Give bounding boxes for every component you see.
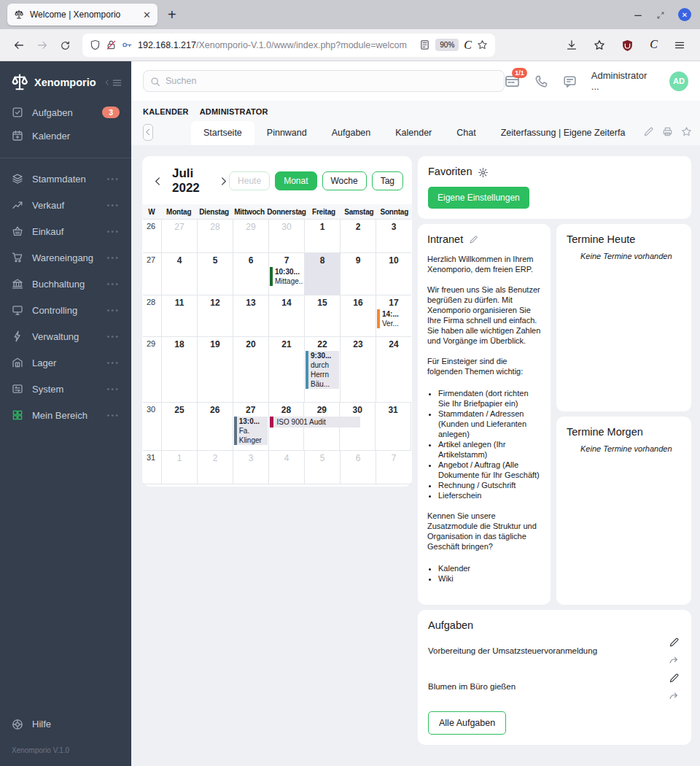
task-edit-pencil-icon[interactable] <box>669 637 680 648</box>
more-dots-icon[interactable]: ••• <box>106 358 120 367</box>
day-cell-7[interactable]: 710:30...Mittage... <box>269 253 305 295</box>
day-cell-15[interactable]: 15 <box>305 295 341 336</box>
tracking-shield-icon[interactable] <box>90 39 101 50</box>
day-cell-22[interactable]: 229:30...durchHerrnBäu... <box>305 337 341 402</box>
more-dots-icon[interactable]: ••• <box>106 201 120 209</box>
reader-view-icon[interactable] <box>419 39 430 50</box>
day-cell-4[interactable]: 4 <box>162 253 198 295</box>
tab-pinnwand[interactable]: Pinnwand <box>254 121 319 145</box>
view-button-monat[interactable]: Monat <box>275 171 316 190</box>
sidebar-collapse-button[interactable] <box>104 77 122 88</box>
day-cell-8[interactable]: 8 <box>305 253 341 295</box>
calendar-event[interactable]: 13:0...Fa.Klinger <box>234 417 268 445</box>
edit-pencil-icon[interactable] <box>643 126 654 137</box>
forward-arrow-icon[interactable] <box>36 39 48 51</box>
day-cell-18[interactable]: 18 <box>162 337 198 402</box>
day-cell-5[interactable]: 5 <box>198 253 233 295</box>
sidebar-item-einkauf[interactable]: Einkauf••• <box>0 218 131 244</box>
phone-icon[interactable] <box>534 74 548 88</box>
tab-zeiterfassung-eigene-zeiterfa[interactable]: Zeiterfassung | Eigene Zeiterfa <box>489 121 638 145</box>
day-cell-1[interactable]: 1 <box>162 451 198 484</box>
back-arrow-icon[interactable] <box>13 39 25 51</box>
more-dots-icon[interactable]: ••• <box>106 227 120 236</box>
extension-c-icon[interactable]: C <box>650 39 658 50</box>
bookmarks-icon[interactable] <box>594 38 605 51</box>
tab-close-icon[interactable]: ✕ <box>143 9 151 20</box>
calendar-span-event[interactable]: ISO 9001 Audit <box>270 417 361 428</box>
browser-tab[interactable]: Welcome | Xenomporio ✕ <box>7 4 158 26</box>
day-cell-5[interactable]: 5 <box>305 451 341 484</box>
day-cell-1[interactable]: 1 <box>305 220 341 252</box>
password-key-icon[interactable] <box>122 39 133 50</box>
sidebar-item-lager[interactable]: Lager••• <box>0 349 131 376</box>
day-cell-16[interactable]: 16 <box>341 295 376 336</box>
eigene-einstellungen-button[interactable]: Eigene Einstellungen <box>428 187 529 209</box>
restore-icon[interactable] <box>656 11 665 20</box>
view-button-tag[interactable]: Tag <box>372 171 403 190</box>
edit-pencil-icon[interactable] <box>469 235 478 244</box>
day-cell-21[interactable]: 21 <box>269 337 305 402</box>
calendar-event[interactable]: 9:30...durchHerrnBäu... <box>306 351 339 389</box>
sidebar-item-system[interactable]: System••• <box>0 376 131 402</box>
downloads-icon[interactable] <box>566 38 578 51</box>
alle-aufgaben-button[interactable]: Alle Aufgaben <box>428 711 506 735</box>
day-cell-2[interactable]: 2 <box>198 451 233 484</box>
phone-icon[interactable] <box>534 74 548 88</box>
sidebar-item-wareneingang[interactable]: Wareneingang••• <box>0 244 131 271</box>
more-dots-icon[interactable]: ••• <box>106 411 120 419</box>
search-box[interactable] <box>143 70 505 92</box>
day-cell-9[interactable]: 9 <box>341 253 376 295</box>
tabs-back-button[interactable] <box>143 124 153 141</box>
menu-hamburger-icon[interactable] <box>674 39 685 51</box>
menu-hamburger-icon[interactable] <box>674 38 685 51</box>
task-edit-pencil-icon[interactable] <box>669 673 680 684</box>
more-dots-icon[interactable]: ••• <box>106 279 120 288</box>
day-cell-27[interactable]: 27 <box>162 220 198 252</box>
search-input[interactable] <box>166 76 497 86</box>
bookmark-star-icon[interactable] <box>477 39 488 50</box>
sidebar-item-controlling[interactable]: Controlling••• <box>0 297 131 323</box>
day-cell-14[interactable]: 14 <box>269 295 305 336</box>
bookmarks-star-icon[interactable] <box>594 39 605 51</box>
day-cell-11[interactable]: 11 <box>162 295 198 336</box>
task-forward-arrow-icon[interactable] <box>669 691 680 702</box>
day-cell-25[interactable]: 25 <box>162 403 198 450</box>
tab-aufgaben[interactable]: Aufgaben <box>319 121 384 145</box>
view-button-heute[interactable]: Heute <box>229 171 270 190</box>
day-cell-17[interactable]: 1714:...Ver... <box>376 295 411 336</box>
sidebar-item-buchhaltung[interactable]: Buchhaltung••• <box>0 271 131 297</box>
sidebar-item-verwaltung[interactable]: Verwaltung••• <box>0 323 131 349</box>
day-cell-28[interactable]: 28 <box>198 220 233 252</box>
day-cell-29[interactable]: 29 <box>233 220 269 252</box>
day-cell-26[interactable]: 26 <box>198 403 233 450</box>
more-dots-icon[interactable]: ••• <box>106 332 120 341</box>
tab-chat[interactable]: Chat <box>444 121 488 145</box>
day-cell-13[interactable]: 13 <box>233 295 269 336</box>
calendar-prev-button[interactable] <box>152 174 163 187</box>
edit-pencil-icon[interactable] <box>643 125 654 138</box>
sidebar-item-mein-bereich[interactable]: Mein Bereich••• <box>0 402 131 428</box>
adblock-shield-icon[interactable] <box>621 38 634 51</box>
extension-c-icon[interactable]: C <box>464 39 472 51</box>
day-cell-27[interactable]: 2713:0...Fa.Klinger <box>233 403 269 450</box>
view-button-woche[interactable]: Woche <box>322 171 367 190</box>
day-cell-3[interactable]: 3 <box>233 451 269 484</box>
insecure-lock-icon[interactable] <box>106 39 117 50</box>
more-dots-icon[interactable]: ••• <box>106 384 120 393</box>
new-tab-button[interactable]: + <box>168 7 176 23</box>
chat-icon[interactable] <box>563 74 577 88</box>
calendar-event[interactable]: 10:30...Mittage... <box>270 267 303 286</box>
more-dots-icon[interactable]: ••• <box>106 174 120 183</box>
sidebar-item-verkauf[interactable]: Verkauf••• <box>0 192 131 218</box>
day-cell-12[interactable]: 12 <box>198 295 233 336</box>
sidebar-item-aufgaben[interactable]: Aufgaben3 <box>0 101 131 124</box>
downloads-icon[interactable] <box>566 39 578 51</box>
day-cell-4[interactable]: 4 <box>269 451 305 484</box>
tracking-shield-icon[interactable] <box>90 39 101 50</box>
more-dots-icon[interactable]: ••• <box>106 306 120 314</box>
reload-icon[interactable] <box>60 40 71 51</box>
calendar-event[interactable]: 14:...Ver... <box>377 309 411 328</box>
gear-icon[interactable] <box>478 167 489 178</box>
gear-icon[interactable] <box>478 166 489 178</box>
printer-icon[interactable] <box>662 125 673 138</box>
